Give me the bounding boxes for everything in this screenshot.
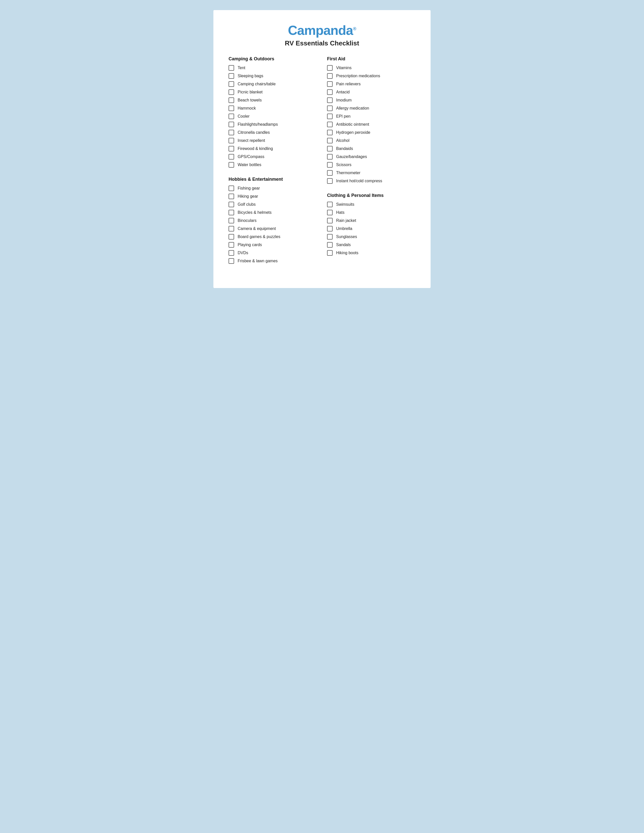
page-header: Campanda® RV Essentials Checklist — [229, 23, 415, 47]
checkbox-first-aid-10[interactable] — [327, 146, 333, 151]
checkbox-camping-outdoors-9[interactable] — [229, 138, 234, 143]
checkbox-camping-outdoors-11[interactable] — [229, 154, 234, 159]
list-item: Tent — [229, 65, 317, 71]
list-item: Vitamins — [327, 65, 415, 71]
list-item: Umbrella — [327, 226, 415, 232]
page-title: RV Essentials Checklist — [229, 39, 415, 47]
checkbox-first-aid-3[interactable] — [327, 89, 333, 95]
item-label: Firewood & kindling — [238, 146, 273, 151]
checkbox-camping-outdoors-10[interactable] — [229, 146, 234, 151]
checkbox-camping-outdoors-6[interactable] — [229, 114, 234, 119]
checkbox-clothing-personal-5[interactable] — [327, 242, 333, 248]
list-item: Hiking gear — [229, 194, 317, 199]
item-label: Binoculars — [238, 218, 257, 223]
checkbox-first-aid-7[interactable] — [327, 122, 333, 127]
list-item: DVDs — [229, 250, 317, 256]
checkbox-first-aid-8[interactable] — [327, 130, 333, 135]
checkbox-clothing-personal-3[interactable] — [327, 226, 333, 232]
checkbox-hobbies-entertainment-4[interactable] — [229, 218, 234, 224]
checkbox-hobbies-entertainment-5[interactable] — [229, 226, 234, 232]
item-label: Swimsuits — [336, 202, 354, 207]
item-label: Thermometer — [336, 170, 361, 175]
checkbox-hobbies-entertainment-8[interactable] — [229, 250, 234, 256]
item-label: Antibiotic ointment — [336, 122, 369, 127]
checkbox-hobbies-entertainment-9[interactable] — [229, 258, 234, 264]
list-item: Gauze/bandages — [327, 154, 415, 159]
checkbox-camping-outdoors-2[interactable] — [229, 81, 234, 87]
item-label: Insect repellent — [238, 138, 265, 143]
checkbox-camping-outdoors-12[interactable] — [229, 162, 234, 167]
item-label: Alcohol — [336, 138, 349, 143]
checklist-content: Camping & OutdoorsTentSleeping bagsCampi… — [229, 56, 415, 273]
item-label: Rain jacket — [336, 218, 356, 223]
checkbox-hobbies-entertainment-1[interactable] — [229, 194, 234, 199]
item-label: Flashlights/headlamps — [238, 122, 278, 127]
item-label: Pain relievers — [336, 82, 361, 86]
list-item: Pain relievers — [327, 81, 415, 87]
list-item: Imodium — [327, 97, 415, 103]
checkbox-first-aid-9[interactable] — [327, 138, 333, 143]
item-label: Bicycles & helmets — [238, 210, 272, 215]
checkbox-clothing-personal-4[interactable] — [327, 234, 333, 240]
list-item: Fishing gear — [229, 185, 317, 191]
checkbox-first-aid-2[interactable] — [327, 81, 333, 87]
item-label: Camping chairs/table — [238, 82, 275, 86]
item-label: Gauze/bandages — [336, 154, 367, 159]
checkbox-camping-outdoors-3[interactable] — [229, 89, 234, 95]
section-title-clothing-personal: Clothing & Personal Items — [327, 193, 415, 198]
list-item: Scissors — [327, 162, 415, 167]
checkbox-hobbies-entertainment-3[interactable] — [229, 210, 234, 215]
checkbox-hobbies-entertainment-6[interactable] — [229, 234, 234, 240]
checkbox-camping-outdoors-0[interactable] — [229, 65, 234, 71]
list-item: Thermometer — [327, 170, 415, 176]
checkbox-hobbies-entertainment-7[interactable] — [229, 242, 234, 248]
checkbox-first-aid-1[interactable] — [327, 73, 333, 79]
section-camping-outdoors: Camping & OutdoorsTentSleeping bagsCampi… — [229, 56, 317, 167]
list-item: Rain jacket — [327, 218, 415, 224]
right-column: First AidVitaminsPrescription medication… — [327, 56, 415, 273]
checkbox-hobbies-entertainment-2[interactable] — [229, 202, 234, 207]
checkbox-first-aid-6[interactable] — [327, 114, 333, 119]
list-item: Bicycles & helmets — [229, 210, 317, 215]
checkbox-clothing-personal-6[interactable] — [327, 250, 333, 256]
checkbox-camping-outdoors-8[interactable] — [229, 130, 234, 135]
checkbox-camping-outdoors-1[interactable] — [229, 73, 234, 79]
item-label: Hiking boots — [336, 251, 358, 255]
checkbox-first-aid-5[interactable] — [327, 106, 333, 111]
checkbox-camping-outdoors-7[interactable] — [229, 122, 234, 127]
item-label: GPS/Compass — [238, 154, 264, 159]
checkbox-hobbies-entertainment-0[interactable] — [229, 185, 234, 191]
checkbox-first-aid-12[interactable] — [327, 162, 333, 167]
list-item: Bandaids — [327, 146, 415, 151]
checkbox-camping-outdoors-5[interactable] — [229, 106, 234, 111]
section-title-camping-outdoors: Camping & Outdoors — [229, 56, 317, 61]
list-item: Golf clubs — [229, 202, 317, 207]
checkbox-first-aid-4[interactable] — [327, 97, 333, 103]
list-item: Camera & equipment — [229, 226, 317, 232]
section-clothing-personal: Clothing & Personal ItemsSwimsuitsHatsRa… — [327, 193, 415, 256]
list-item: Frisbee & lawn games — [229, 258, 317, 264]
checkbox-first-aid-13[interactable] — [327, 170, 333, 176]
checkbox-first-aid-14[interactable] — [327, 178, 333, 184]
list-item: Flashlights/headlamps — [229, 122, 317, 127]
list-item: GPS/Compass — [229, 154, 317, 159]
list-item: Alcohol — [327, 138, 415, 143]
checkbox-clothing-personal-2[interactable] — [327, 218, 333, 224]
item-label: Camera & equipment — [238, 227, 276, 231]
item-label: Hiking gear — [238, 194, 258, 199]
item-label: DVDs — [238, 251, 248, 255]
checkbox-clothing-personal-1[interactable] — [327, 210, 333, 215]
checkbox-camping-outdoors-4[interactable] — [229, 97, 234, 103]
item-label: Tent — [238, 66, 245, 70]
list-item: Allergy medication — [327, 106, 415, 111]
item-label: Hammock — [238, 106, 256, 111]
list-item: Firewood & kindling — [229, 146, 317, 151]
checkbox-first-aid-0[interactable] — [327, 65, 333, 71]
list-item: Sunglasses — [327, 234, 415, 240]
list-item: Binoculars — [229, 218, 317, 224]
checkbox-clothing-personal-0[interactable] — [327, 202, 333, 207]
item-label: Frisbee & lawn games — [238, 259, 277, 263]
item-label: Bandaids — [336, 146, 353, 151]
checkbox-first-aid-11[interactable] — [327, 154, 333, 159]
left-column: Camping & OutdoorsTentSleeping bagsCampi… — [229, 56, 317, 273]
